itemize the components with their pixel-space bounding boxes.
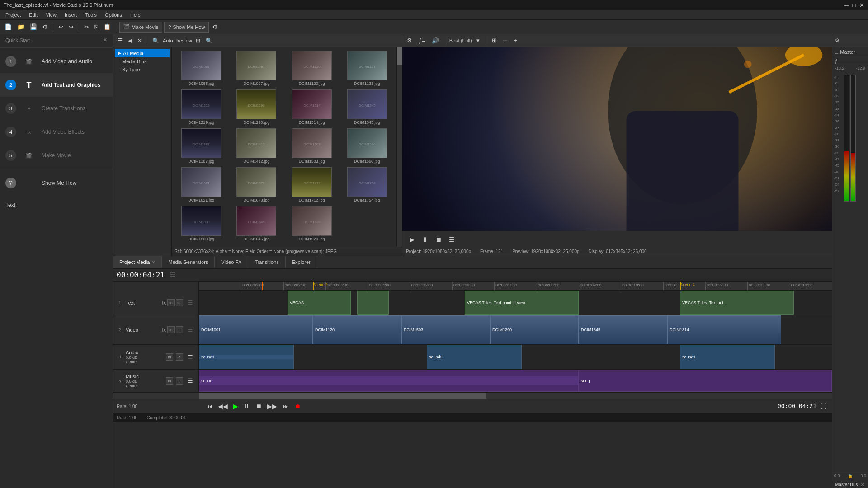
clip-music-main[interactable]: sound	[199, 370, 579, 392]
clip-dcim1845[interactable]: DCIM1845	[579, 315, 667, 344]
menu-insert[interactable]: Insert	[61, 11, 81, 19]
paste-icon[interactable]: 📋	[102, 23, 113, 31]
preview-settings-icon[interactable]: ⚙	[405, 36, 414, 45]
preview-plus-icon[interactable]: +	[512, 36, 519, 45]
clip-dcim1001[interactable]: DCIM1001	[199, 315, 313, 344]
clip-song[interactable]: song	[579, 370, 832, 392]
track-video-content[interactable]: DCIM1001 DCIM1120 DCIM1503 DCIM1290 DCIM…	[199, 315, 832, 344]
show-me-how-button[interactable]: ? Show Me How	[164, 22, 209, 33]
track-solo-btn[interactable]: s	[176, 299, 183, 306]
media-thumb-t6[interactable]: DCIM1290 DCIM1290.jpg	[231, 89, 282, 125]
media-thumb-t10[interactable]: DCIM1412 DCIM1412.jpg	[231, 128, 282, 164]
tree-all-media[interactable]: ▶ All Media	[115, 49, 170, 57]
track-music-menu-icon[interactable]: ☰	[186, 376, 195, 385]
media-thumb-t16[interactable]: DCIM1754 DCIM1754.jpg	[341, 167, 393, 202]
preview-formula-icon[interactable]: ƒ=	[417, 36, 427, 45]
media-thumb-t13[interactable]: DCIM1621 DCIM1621.jpg	[175, 167, 227, 202]
preview-pause-button[interactable]: ⏸	[420, 235, 430, 244]
clip-dcim1314[interactable]: DCIM1314	[667, 315, 781, 344]
clip-dcim1120[interactable]: DCIM1120	[313, 315, 401, 344]
next-frame-button[interactable]: ▶▶	[265, 402, 279, 411]
track-audio-menu-icon[interactable]: ☰	[186, 353, 195, 361]
track-music-mute-btn[interactable]: m	[166, 377, 173, 385]
tab-media-generators[interactable]: Media Generators	[162, 256, 215, 268]
clip-vegas-1[interactable]: VEGAS...	[288, 291, 351, 315]
media-thumb-t11[interactable]: DCIM1503 DCIM1503.jpg	[286, 128, 338, 164]
tab-transitions[interactable]: Transitions	[248, 256, 285, 268]
media-thumb-t12[interactable]: DCIM1566 DCIM1566.jpg	[341, 128, 393, 164]
timeline-scrollbar[interactable]	[113, 392, 832, 399]
undo-icon[interactable]: ↩	[57, 23, 65, 31]
clip-sound2[interactable]: sound2	[427, 345, 522, 369]
tab-project-media[interactable]: Project Media ✕	[113, 256, 162, 268]
timeline-scroll-thumb[interactable]	[199, 393, 486, 399]
qs-item-makemovie[interactable]: 5 🎬 Make Movie	[0, 144, 113, 167]
new-project-icon[interactable]: 📄	[3, 23, 14, 31]
clip-vegas-4[interactable]: VEGAS Titles_Text aut...	[680, 291, 794, 315]
menu-help[interactable]: Help	[127, 11, 144, 19]
tree-by-type[interactable]: By Type	[115, 66, 170, 74]
media-scrollbar[interactable]	[396, 47, 402, 247]
quickstart-close-button[interactable]: ✕	[103, 37, 107, 43]
media-thumb-t4[interactable]: DCIM1138 DCIM1138.jpg	[341, 51, 393, 86]
preview-quality-dropdown[interactable]: ▾	[475, 36, 481, 45]
preview-audio-icon[interactable]: 🔊	[430, 36, 441, 45]
track-music-solo-btn[interactable]: s	[176, 377, 183, 385]
track-fx-icon[interactable]: fx	[162, 300, 166, 305]
menu-options[interactable]: Options	[101, 11, 126, 19]
clip-vegas-3[interactable]: VEGAS Titles_Text point of view	[465, 291, 579, 315]
track-audio-mute-btn[interactable]: m	[166, 353, 173, 361]
track-mute-btn[interactable]: m	[167, 299, 175, 306]
settings-icon-right[interactable]: ⚙	[835, 38, 840, 43]
track-music-content[interactable]: sound song	[199, 370, 832, 392]
save-icon[interactable]: 💾	[28, 23, 39, 31]
clip-dcim1503[interactable]: DCIM1503	[401, 315, 490, 344]
master-bus-tab[interactable]: Master Bus ✕	[832, 481, 868, 488]
timeline-ruler[interactable]: 00:00:01:0000:00:02:0000:00:03:0000:00:0…	[199, 282, 832, 291]
menu-project[interactable]: Project	[2, 11, 24, 19]
track-text-content[interactable]: VEGAS... VEGAS Titles_Text point of view…	[199, 291, 832, 315]
tab-project-media-close[interactable]: ✕	[151, 260, 155, 265]
play-button[interactable]: ▶	[231, 402, 240, 411]
qs-item-effects[interactable]: 4 fx Add Video Effects	[0, 120, 113, 144]
qs-item-showmehow[interactable]: ? Show Me How	[0, 171, 113, 195]
track-video-fx-icon[interactable]: fx	[162, 327, 166, 333]
preview-stop-button[interactable]: ⏹	[434, 235, 443, 244]
media-back-icon[interactable]: ◀	[126, 37, 134, 45]
media-thumb-t15[interactable]: DCIM1712 DCIM1712.jpg	[286, 167, 338, 202]
pause-button[interactable]: ⏸	[242, 402, 252, 411]
track-audio-content[interactable]: sound1 sound2 sound1	[199, 345, 832, 369]
tab-explorer[interactable]: Explorer	[286, 256, 317, 268]
make-movie-button[interactable]: 🎬 Make Movie	[119, 22, 162, 33]
media-thumb-t9[interactable]: DCIM1387 DCIM1387.jpg	[175, 128, 227, 164]
media-menu-icon[interactable]: ☰	[116, 37, 124, 45]
preview-grid-icon[interactable]: ⊞	[490, 36, 499, 45]
media-scroll-thumb[interactable]	[397, 47, 402, 65]
fast-forward-button[interactable]: ⏭	[281, 402, 291, 411]
preview-minus-icon[interactable]: ─	[501, 36, 509, 45]
qs-item-text[interactable]: 2 T Add Text and Graphics	[0, 73, 113, 97]
clip-dcim1290[interactable]: DCIM1290	[490, 315, 579, 344]
redo-icon[interactable]: ↪	[67, 23, 75, 31]
settings-icon[interactable]: ⚙	[41, 23, 50, 31]
copy-icon[interactable]: ⎘	[93, 23, 100, 31]
menu-view[interactable]: View	[42, 11, 60, 19]
tree-media-bins[interactable]: Media Bins	[115, 57, 170, 66]
media-thumb-t3[interactable]: DCIM1120 DCIM1120.jpg	[286, 51, 338, 86]
media-thumb-t8[interactable]: DCIM1345 DCIM1345.jpg	[341, 89, 393, 125]
media-zoom-icon[interactable]: 🔍	[204, 37, 214, 45]
media-thumb-t1[interactable]: DCIM1063 DCIM1063.jpg	[175, 51, 227, 86]
settings2-icon[interactable]: ⚙	[211, 23, 220, 31]
qs-item-video[interactable]: 1 🎬 Add Video and Audio	[0, 50, 113, 73]
tab-video-fx[interactable]: Video FX	[215, 256, 248, 268]
qs-item-transitions[interactable]: 3 ✦ Create Transitions	[0, 97, 113, 120]
fullscreen-button[interactable]: ⛶	[818, 402, 828, 411]
media-thumb-t2[interactable]: DCIM1097 DCIM1097.jpg	[231, 51, 282, 86]
master-bus-close[interactable]: ✕	[861, 482, 864, 487]
open-icon[interactable]: 📁	[15, 23, 26, 31]
media-search-icon[interactable]: 🔍	[151, 37, 161, 45]
media-thumb-t5[interactable]: DCIM1219 DCIM1219.jpg	[175, 89, 227, 125]
grid-view-icon[interactable]: ⊞	[194, 37, 202, 45]
stop-button[interactable]: ⏹	[254, 402, 264, 411]
clip-sound1-a[interactable]: sound1	[199, 345, 294, 369]
